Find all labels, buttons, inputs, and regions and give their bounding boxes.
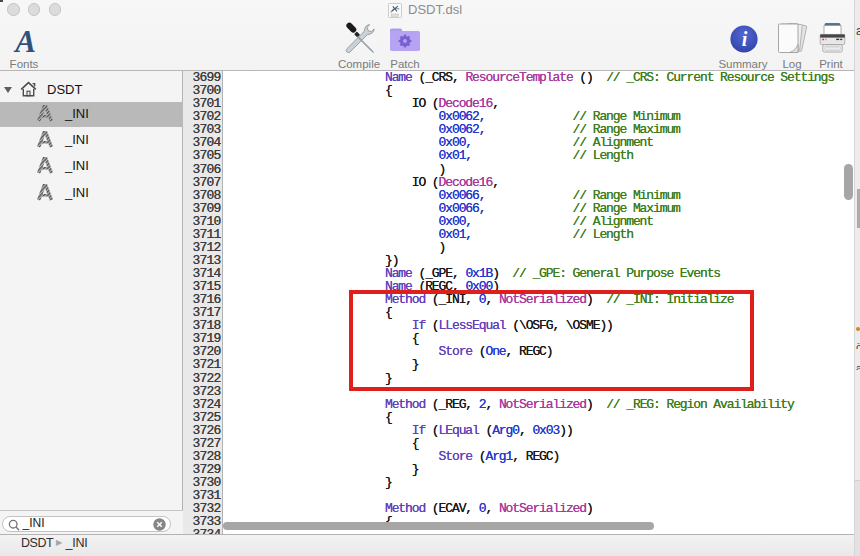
svg-text:i: i xyxy=(741,28,747,50)
